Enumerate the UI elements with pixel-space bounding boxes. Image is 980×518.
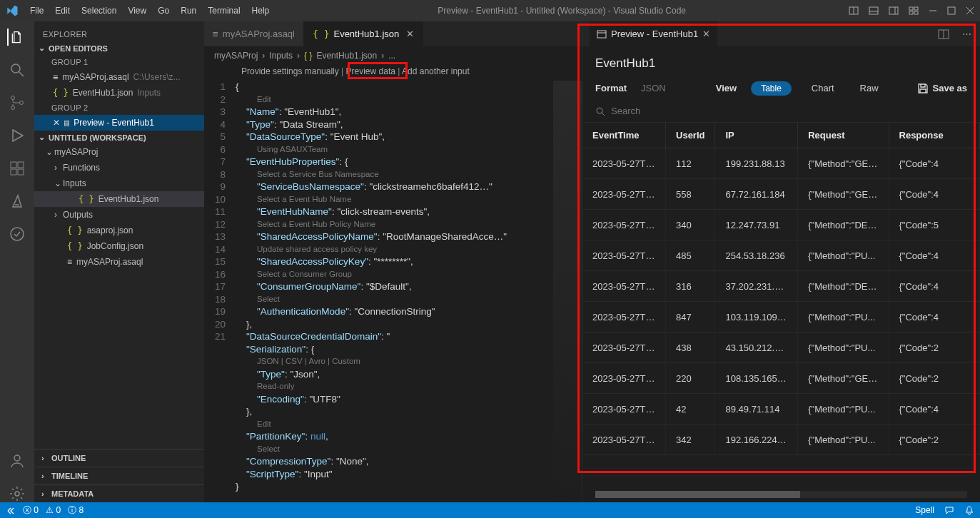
layout-right-icon[interactable]: [889, 6, 899, 16]
account-icon[interactable]: [9, 452, 26, 469]
status-info[interactable]: ⓘ 8: [68, 504, 84, 517]
layout-icon[interactable]: [849, 6, 859, 16]
table-row[interactable]: 2023-05-27T04:...342192.166.224.230{"Met…: [582, 425, 980, 455]
preview-search[interactable]: [582, 103, 980, 123]
azure-icon[interactable]: [9, 193, 26, 210]
minimap[interactable]: [553, 81, 582, 502]
menu-help[interactable]: Help: [246, 6, 276, 16]
tree-item[interactable]: ⌄myASAProj: [34, 144, 204, 160]
workspace-section[interactable]: ⌄UNTITLED (WORKSPACE): [34, 131, 204, 144]
save-as-button[interactable]: Save as: [917, 83, 967, 94]
svg-rect-11: [948, 7, 955, 14]
table-row[interactable]: 2023-05-27T04:...4289.49.71.114{"Method"…: [582, 394, 980, 425]
table-row[interactable]: 2023-05-27T04:...847103.119.109.222{"Met…: [582, 302, 980, 332]
svg-point-23: [11, 228, 24, 240]
table-row[interactable]: 2023-05-27T04:...220108.135.165.26{"Meth…: [582, 363, 980, 394]
timeline-section[interactable]: ›TIMELINE: [34, 467, 204, 484]
code-editor-group: ≡myASAProj.asaql{ }EventHub1.json✕ myASA…: [204, 21, 582, 502]
split-editor-icon[interactable]: [938, 29, 949, 40]
close-icon[interactable]: ✕: [702, 29, 710, 39]
column-header[interactable]: EventTime: [582, 123, 666, 148]
testing-icon[interactable]: [9, 225, 26, 243]
maximize-icon[interactable]: [947, 6, 956, 15]
close-icon[interactable]: ✕: [406, 29, 414, 39]
svg-point-18: [20, 101, 24, 105]
tree-item[interactable]: ›Functions: [34, 160, 204, 176]
add-input-action[interactable]: Add another input: [402, 66, 470, 76]
open-editors-section[interactable]: ⌄OPEN EDITORS: [34, 41, 204, 55]
menu-edit[interactable]: Edit: [49, 6, 76, 16]
svg-rect-26: [597, 31, 606, 38]
format-value[interactable]: JSON: [641, 83, 666, 93]
table-row[interactable]: 2023-05-27T04:...34012.247.73.91{"Method…: [582, 210, 980, 240]
status-errors[interactable]: ⓧ 0: [23, 504, 39, 517]
table-row[interactable]: 2023-05-27T04:...112199.231.88.13{"Metho…: [582, 148, 980, 179]
explorer-icon[interactable]: [7, 29, 24, 46]
minimize-icon[interactable]: [929, 6, 937, 15]
svg-point-14: [11, 64, 20, 73]
preview-panel: Preview - EventHub1 ✕ ⋯ EventHub1 Format…: [582, 21, 980, 502]
remote-icon[interactable]: [6, 505, 16, 515]
provide-settings-action[interactable]: Provide settings manually: [241, 66, 339, 76]
menu-terminal[interactable]: Terminal: [202, 6, 246, 16]
breadcrumb[interactable]: myASAProj › Inputs › { }EventHub1.json ›…: [204, 46, 582, 65]
feedback-icon[interactable]: [944, 505, 954, 515]
outline-section[interactable]: ›OUTLINE: [34, 449, 204, 467]
open-editor-item[interactable]: ✕▤Preview - EventHub1: [34, 115, 204, 131]
table-row[interactable]: 2023-05-27T04:...55867.72.161.184{"Metho…: [582, 179, 980, 210]
run-debug-icon[interactable]: [9, 127, 26, 144]
title-bar: FileEditSelectionViewGoRunTerminalHelp P…: [0, 0, 980, 21]
metadata-section[interactable]: ›METADATA: [34, 484, 204, 502]
tree-item[interactable]: { }EventHub1.json: [34, 191, 204, 207]
menu-file[interactable]: File: [24, 6, 49, 16]
search-icon[interactable]: [9, 61, 26, 78]
settings-gear-icon[interactable]: [9, 485, 26, 502]
view-chart-button[interactable]: Chart: [806, 81, 840, 96]
search-input[interactable]: [611, 106, 967, 116]
table-row[interactable]: 2023-05-27T04:...485254.53.18.236{"Metho…: [582, 240, 980, 271]
column-header[interactable]: UserId: [666, 123, 715, 148]
editor-tab[interactable]: { }EventHub1.json✕: [304, 21, 423, 46]
column-header[interactable]: Request: [798, 123, 889, 148]
menu-view[interactable]: View: [122, 6, 152, 16]
menu-run[interactable]: Run: [175, 6, 202, 16]
open-editor-item[interactable]: ≡myASAProj.asaqlC:\Users\z...: [34, 69, 204, 85]
table-row[interactable]: 2023-05-27T04:...43843.150.212.143{"Meth…: [582, 332, 980, 363]
vscode-logo-icon: [6, 4, 19, 17]
svg-point-24: [14, 455, 20, 461]
tree-item[interactable]: ›Outputs: [34, 207, 204, 223]
group-2-label: GROUP 2: [34, 101, 204, 115]
horizontal-scrollbar[interactable]: [595, 491, 967, 498]
explorer-title: EXPLORER: [34, 27, 204, 41]
status-warnings[interactable]: ⚠ 0: [46, 505, 61, 515]
group-1-label: GROUP 1: [34, 55, 204, 69]
close-window-icon[interactable]: [966, 6, 974, 15]
menu-go[interactable]: Go: [152, 6, 175, 16]
tree-item[interactable]: { }JobConfig.json: [34, 238, 204, 254]
menu-selection[interactable]: Selection: [76, 6, 122, 16]
code-editor[interactable]: 123456789101112131415161718192021 {Edit …: [204, 81, 582, 502]
tree-item[interactable]: ⌄Inputs: [34, 176, 204, 191]
svg-point-16: [11, 96, 15, 100]
extensions-icon[interactable]: [9, 160, 26, 177]
spell-status[interactable]: Spell: [915, 505, 934, 515]
preview-tab[interactable]: Preview - EventHub1 ✕: [590, 21, 717, 46]
tree-item[interactable]: { }asaproj.json: [34, 223, 204, 238]
more-actions-icon[interactable]: ⋯: [962, 29, 973, 39]
view-raw-button[interactable]: Raw: [854, 81, 884, 96]
open-editor-item[interactable]: { }EventHub1.jsonInputs: [34, 85, 204, 101]
svg-point-17: [11, 106, 15, 110]
column-header[interactable]: IP: [715, 123, 798, 148]
editor-tab[interactable]: ≡myASAProj.asaql: [204, 21, 304, 46]
bell-icon[interactable]: [964, 505, 974, 515]
preview-icon: [597, 29, 607, 39]
preview-data-action[interactable]: Preview data: [346, 66, 395, 76]
table-row[interactable]: 2023-05-27T04:...31637.202.231.130{"Meth…: [582, 271, 980, 302]
window-controls: [849, 6, 974, 16]
source-control-icon[interactable]: [9, 94, 26, 111]
layout-panel-icon[interactable]: [869, 6, 879, 16]
view-table-button[interactable]: Table: [751, 81, 792, 96]
layout-grid-icon[interactable]: [909, 6, 919, 16]
column-header[interactable]: Response: [889, 123, 979, 148]
tree-item[interactable]: ≡myASAProj.asaql: [34, 254, 204, 270]
